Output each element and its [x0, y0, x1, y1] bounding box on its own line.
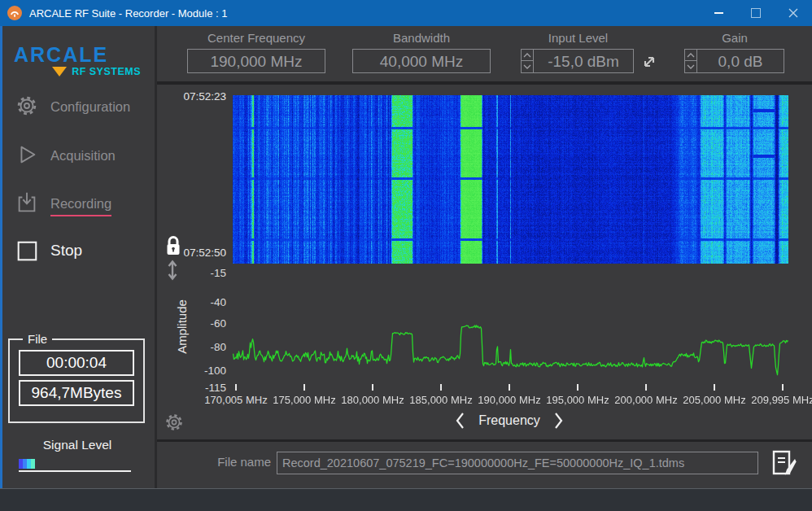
- signal-level-meter: [19, 459, 131, 469]
- input-level-label: Input Level: [527, 31, 629, 47]
- lock-icon[interactable]: [165, 234, 181, 260]
- input-level-value[interactable]: -15,0 dBm: [533, 49, 634, 73]
- x-axis-title: Frequency: [478, 413, 540, 428]
- signal-level-fill: [19, 459, 35, 469]
- brand-name: ARCALE: [14, 44, 144, 65]
- app-icon: [7, 6, 22, 20]
- status-bar: [0, 488, 812, 511]
- spin-down-button[interactable]: [521, 61, 534, 73]
- play-icon: [15, 142, 39, 167]
- edit-file-name-button[interactable]: [769, 448, 798, 478]
- maximize-button[interactable]: [737, 0, 775, 26]
- gain-label: Gain: [686, 31, 784, 47]
- x-tick: [509, 384, 510, 391]
- titlebar: ARCALE RF Suite - Recorder - Module : 1: [0, 0, 812, 26]
- x-tick-label: 185,000 MHz: [404, 394, 478, 406]
- brand-logo: ARCALE RF SYSTEMS: [14, 44, 144, 77]
- gain-value[interactable]: 0,0 dB: [696, 49, 784, 73]
- x-tick: [645, 384, 647, 391]
- minimize-button[interactable]: [700, 0, 737, 26]
- y-tick-label: -15: [157, 267, 226, 279]
- y-tick-label: -80: [157, 341, 226, 353]
- bandwidth-value[interactable]: 40,000 MHz: [352, 49, 491, 73]
- window-title: ARCALE RF Suite - Recorder - Module : 1: [29, 7, 227, 20]
- sidebar-item-label: Recording: [50, 193, 111, 216]
- close-icon: [788, 8, 798, 18]
- x-tick-label: 170,005 MHz: [199, 394, 273, 406]
- spectrogram-canvas[interactable]: [233, 95, 788, 264]
- x-tick-label: 180,000 MHz: [336, 394, 409, 406]
- gear-icon: [15, 94, 39, 118]
- window-controls: [700, 0, 812, 26]
- spectrum-canvas[interactable]: [233, 268, 788, 394]
- x-tick-label: 200,000 MHz: [609, 394, 683, 406]
- plot-settings-gear-icon[interactable]: [164, 412, 185, 433]
- input-level-spinner: [521, 49, 534, 73]
- y-tick-label: -115: [157, 382, 226, 394]
- main-content: Center Frequency 190,000 MHz Bandwidth 4…: [155, 26, 812, 488]
- file-name-label: File name: [202, 455, 271, 469]
- sidebar-item-acquisition[interactable]: Acquisition: [0, 142, 155, 168]
- chevron-up-icon: [687, 53, 695, 58]
- plot-panel: 07:52:23 07:52:50 Amplitude -15 -40 -60: [157, 81, 812, 439]
- expand-button[interactable]: [639, 51, 660, 72]
- chevron-left-icon[interactable]: [454, 411, 465, 430]
- expand-icon: [639, 51, 660, 72]
- stop-icon: [15, 239, 39, 264]
- chevron-down-icon: [687, 64, 695, 69]
- x-tick: [303, 384, 305, 391]
- download-icon: [15, 190, 39, 215]
- y-tick-label: -60: [157, 317, 226, 330]
- y-tick-label: -40: [157, 296, 226, 308]
- app-window: ARCALE RF Suite - Recorder - Module : 1 …: [0, 0, 812, 511]
- file-name-input[interactable]: [277, 452, 758, 474]
- x-tick: [577, 384, 578, 391]
- recording-duration: 00:00:04: [19, 350, 134, 376]
- sidebar-item-label: Configuration: [50, 96, 130, 117]
- stop-button[interactable]: Stop: [0, 239, 155, 265]
- x-tick: [372, 384, 373, 391]
- bandwidth-label: Bandwidth: [352, 31, 491, 47]
- x-tick: [235, 384, 237, 391]
- gain-spinner: [684, 49, 697, 73]
- spin-up-button[interactable]: [684, 49, 697, 61]
- file-group-legend: File: [23, 332, 52, 346]
- center-frequency-label: Center Frequency: [187, 31, 325, 47]
- x-tick-label: 190,000 MHz: [473, 394, 546, 406]
- top-control-bar: Center Frequency 190,000 MHz Bandwidth 4…: [157, 26, 812, 81]
- maximize-icon: [751, 8, 761, 18]
- chevron-right-icon[interactable]: [553, 411, 565, 430]
- minimize-icon: [714, 12, 723, 14]
- spin-up-button[interactable]: [521, 49, 534, 61]
- spectrogram-start-time: 07:52:23: [157, 90, 226, 103]
- x-tick: [440, 384, 442, 391]
- x-tick-label: 195,000 MHz: [541, 394, 614, 406]
- x-tick-label: 175,000 MHz: [268, 394, 341, 406]
- sidebar: ARCALE RF SYSTEMS Configuration: [0, 26, 155, 488]
- x-tick: [714, 384, 715, 391]
- close-button[interactable]: [775, 0, 812, 26]
- center-frequency-value[interactable]: 190,000 MHz: [187, 49, 325, 73]
- brand-tagline: RF SYSTEMS: [72, 66, 141, 77]
- recording-size: 964,7MBytes: [19, 380, 134, 406]
- file-name-bar: File name: [157, 439, 812, 488]
- edit-document-icon: [769, 448, 798, 478]
- window-edge-stripe: [0, 26, 2, 488]
- y-tick-label: -100: [157, 365, 226, 377]
- spin-down-button[interactable]: [684, 61, 697, 73]
- file-group: File 00:00:04 964,7MBytes: [8, 332, 145, 423]
- x-tick-label: 209,995 MHz: [746, 394, 812, 406]
- signal-level-baseline: [19, 470, 131, 472]
- x-tick-label: 205,000 MHz: [678, 394, 751, 406]
- stop-label: Stop: [50, 240, 82, 261]
- chevron-up-icon: [523, 53, 531, 58]
- sidebar-item-configuration[interactable]: Configuration: [0, 94, 155, 120]
- signal-level-label: Signal Level: [0, 438, 155, 452]
- x-tick: [782, 384, 784, 391]
- brand-triangle-icon: [52, 67, 67, 76]
- frequency-nav: Frequency: [428, 410, 591, 431]
- chevron-down-icon: [523, 64, 531, 69]
- sidebar-item-recording[interactable]: Recording: [0, 190, 155, 216]
- sidebar-item-label: Acquisition: [50, 145, 116, 166]
